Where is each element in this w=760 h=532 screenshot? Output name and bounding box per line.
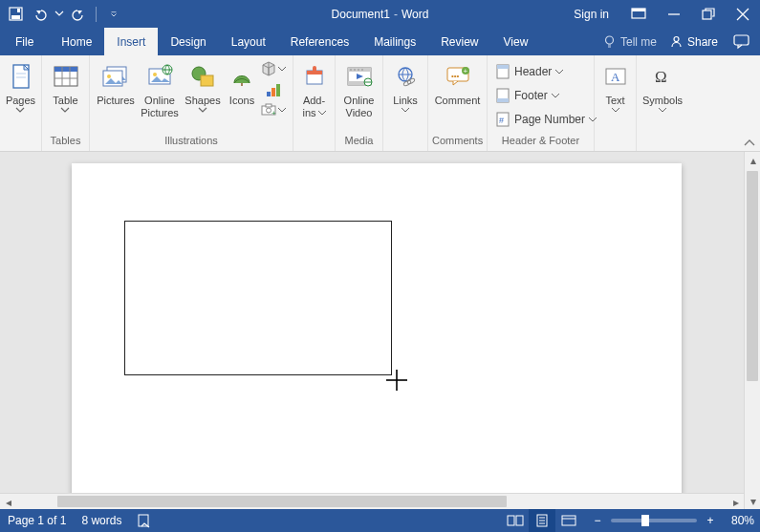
page-icon [6,61,36,92]
group-illustrations: Pictures OnlinePictures Shapes Icons + I… [90,55,293,151]
tab-view[interactable]: View [491,28,541,55]
tab-label: Design [170,35,206,49]
links-button[interactable]: Links [387,59,423,134]
threed-models-button[interactable] [260,61,287,76]
word-count[interactable]: 8 words [81,514,121,527]
shapes-icon [187,61,218,92]
svg-rect-39 [266,104,271,107]
separator [96,7,97,22]
minimize-icon[interactable] [657,0,691,28]
scroll-right-icon[interactable]: ▸ [727,494,744,509]
label-l2: ins [302,107,315,118]
tab-layout[interactable]: Layout [219,28,278,55]
svg-rect-7 [703,11,711,19]
tab-file[interactable]: File [0,28,49,55]
tab-label: References [291,35,349,49]
read-mode-icon[interactable] [502,509,529,532]
web-layout-icon[interactable] [555,509,582,532]
text-label: Text [605,95,624,106]
screenshot-button[interactable]: + [260,103,287,117]
symbols-button[interactable]: Ω Symbols [641,59,684,134]
scroll-down-icon[interactable]: ▾ [745,493,760,509]
tell-me-search[interactable]: Tell me [603,35,657,49]
header-button[interactable]: Header [491,61,595,82]
scroll-thumb[interactable] [747,171,758,381]
svg-rect-73 [516,516,523,525]
illustrations-small-stack: + [260,59,287,134]
group-addins-label [297,135,331,149]
svg-rect-1 [11,15,20,19]
collapse-ribbon-icon[interactable] [745,137,754,147]
svg-rect-61 [497,65,509,69]
horizontal-scrollbar[interactable]: ◂ ▸ [0,493,744,509]
zoom-in-button[interactable]: + [703,514,718,527]
pages-button[interactable]: Pages [4,59,37,134]
zoom-slider-thumb[interactable] [641,515,649,526]
print-layout-icon[interactable] [529,509,555,532]
tab-home[interactable]: Home [49,28,104,55]
comment-button[interactable]: •••+ Comment [432,59,483,134]
sign-in-button[interactable]: Sign in [562,0,620,28]
undo-split-icon[interactable] [54,3,65,26]
share-button[interactable]: Share [670,35,718,49]
online-pictures-button[interactable]: OnlinePictures [138,59,182,134]
vertical-scrollbar[interactable]: ▴ ▾ [744,152,760,509]
zoom-control: − + 80% [590,514,754,527]
svg-rect-2 [17,9,20,12]
textbox-icon: A [600,61,631,92]
tab-label: View [504,35,529,49]
page-number-button[interactable]: #Page Number [491,109,595,130]
svg-rect-5 [632,9,645,11]
svg-rect-42 [307,71,322,74]
svg-point-46 [350,69,352,71]
group-text: A Text [595,55,637,151]
svg-rect-32 [201,75,213,86]
tab-review[interactable]: Review [428,28,490,55]
proofing-icon[interactable] [137,513,152,528]
drawn-rectangle-shape[interactable] [124,221,392,375]
tab-references[interactable]: References [278,28,361,55]
svg-text:A: A [611,70,620,84]
smartart-button[interactable] [260,82,287,97]
online-video-button[interactable]: OnlineVideo [339,59,379,134]
footer-label: Footer [514,89,548,102]
page-indicator[interactable]: Page 1 of 1 [8,514,66,527]
app-title: Word [402,8,428,21]
maximize-icon[interactable] [691,0,726,28]
ribbon-display-options-icon[interactable] [620,0,657,28]
close-icon[interactable] [726,0,760,28]
svg-text:#: # [499,116,504,125]
document-page[interactable] [72,163,682,493]
text-button[interactable]: A Text [598,59,632,134]
table-icon [51,61,81,92]
page-number-label: Page Number [514,113,585,126]
undo-icon[interactable] [29,3,52,26]
pictures-label: Pictures [97,95,135,106]
feedback-icon[interactable] [731,35,752,49]
svg-rect-19 [54,67,77,72]
zoom-percent[interactable]: 80% [731,514,754,527]
customize-qat-icon[interactable] [102,3,125,26]
table-button[interactable]: Table [46,59,85,134]
page-number-icon: # [495,112,510,127]
group-header-footer: Header Footer #Page Number Header & Foot… [488,55,595,151]
footer-button[interactable]: Footer [491,85,595,106]
scroll-left-icon[interactable]: ◂ [0,494,16,509]
scroll-thumb[interactable] [57,496,507,507]
tab-insert[interactable]: Insert [104,28,158,55]
tell-me-label: Tell me [620,35,657,49]
tab-design[interactable]: Design [158,28,218,55]
zoom-out-button[interactable]: − [590,514,605,527]
icons-button[interactable]: Icons [224,59,260,134]
redo-icon[interactable] [67,3,90,26]
shapes-button[interactable]: Shapes [182,59,224,134]
scroll-up-icon[interactable]: ▴ [745,152,760,168]
save-icon[interactable] [4,3,27,26]
zoom-slider[interactable] [611,519,697,522]
tab-mailings[interactable]: Mailings [361,28,428,55]
group-addins: Add-ins [293,55,336,151]
pictures-button[interactable]: Pictures [94,59,138,134]
addins-button[interactable]: Add-ins [297,59,331,134]
group-symbols: Ω Symbols [637,55,688,151]
doc-title: Document1 [332,8,390,21]
